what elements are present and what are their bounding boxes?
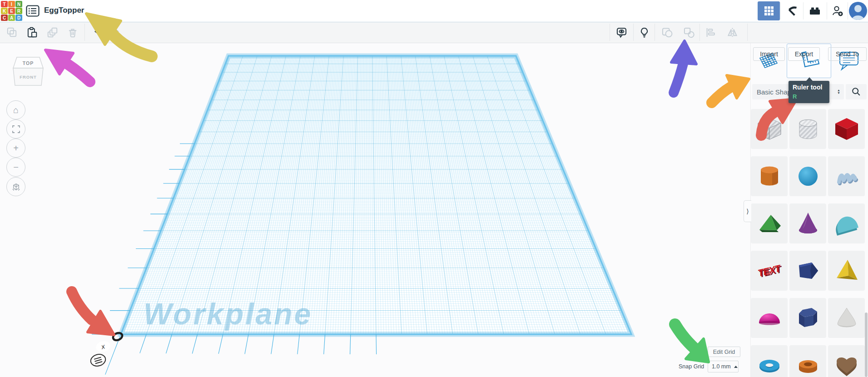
delete-button[interactable] (64, 25, 81, 40)
pickaxe-icon (786, 5, 798, 17)
perspective-cube-icon (12, 183, 20, 191)
minecraft-button[interactable] (782, 0, 802, 21)
list-menu-icon (26, 5, 40, 17)
logo-tile: A (8, 15, 15, 21)
duplicate-button[interactable] (45, 25, 61, 40)
viewcube-top-label: TOP (23, 60, 34, 66)
copy-button[interactable] (4, 25, 20, 40)
apps-grid-icon (764, 6, 774, 16)
edit-grid-button[interactable]: Edit Grid (708, 347, 740, 357)
shape-sphere[interactable] (789, 156, 826, 196)
shape-text[interactable]: TEXTTEXT (751, 251, 788, 291)
minus-icon: − (13, 162, 19, 173)
ungroup-icon (683, 26, 695, 39)
perspective-toggle-button[interactable] (6, 177, 25, 196)
comment-button[interactable] (613, 25, 630, 40)
shape-polygon[interactable] (789, 298, 826, 338)
home-view-button[interactable]: ⌂ (6, 100, 25, 119)
group-icon (661, 26, 673, 39)
shape-torus[interactable] (751, 345, 788, 377)
main-menu-button[interactable] (26, 5, 40, 17)
panel-collapse-handle[interactable]: ⟩ (744, 200, 751, 222)
shape-cylinder[interactable] (751, 156, 788, 196)
round-roof-icon (832, 209, 861, 238)
logo-tile: D (15, 15, 22, 21)
wedge-icon (794, 256, 823, 285)
search-icon (851, 87, 861, 97)
shape-box-hole[interactable] (751, 109, 788, 149)
cone-icon (794, 209, 823, 238)
box-icon (832, 114, 861, 144)
shape-cone[interactable] (789, 203, 826, 243)
export-button[interactable]: Export (788, 47, 820, 61)
plus-icon: + (13, 143, 19, 154)
3d-viewport[interactable]: Workplane x (0, 0, 868, 377)
half-sphere-icon (755, 303, 784, 332)
view-cube[interactable]: TOP FRONT (12, 53, 45, 92)
account-button[interactable] (848, 0, 868, 21)
lightbulb-icon (638, 26, 650, 39)
shape-roof[interactable] (751, 203, 788, 243)
group-button[interactable] (659, 25, 675, 40)
undo-icon (91, 26, 104, 38)
logo-tile: R (15, 8, 22, 14)
apps-grid-button[interactable] (758, 1, 780, 20)
dropdown-stepper-icon: ▲▼ (837, 89, 840, 94)
undo-button[interactable] (89, 25, 105, 40)
search-shapes-button[interactable] (846, 84, 867, 99)
box-hole-icon (755, 114, 784, 144)
redo-button[interactable] (108, 25, 124, 40)
paste-button[interactable] (24, 25, 40, 40)
mirror-icon (726, 26, 739, 39)
fit-view-button[interactable] (6, 119, 25, 139)
workplane-menu-badge[interactable] (89, 352, 107, 367)
caret-up-icon (734, 366, 738, 368)
align-button[interactable] (702, 25, 719, 40)
invite-button[interactable] (828, 0, 847, 21)
viewcube-front-label: FRONT (20, 74, 37, 79)
zoom-in-button[interactable]: + (6, 139, 25, 158)
mirror-button[interactable] (724, 25, 740, 40)
tooltip-title: Ruler tool (793, 84, 822, 91)
shape-box[interactable] (828, 109, 865, 149)
pyramid-icon (832, 256, 861, 285)
import-button[interactable]: Import (753, 47, 785, 61)
shape-half-sphere[interactable] (751, 298, 788, 338)
shape-cylinder-hole[interactable] (789, 109, 826, 149)
panel-scrollbar[interactable] (865, 313, 868, 377)
torus-icon (755, 351, 784, 377)
brick-button[interactable] (805, 0, 825, 21)
scribble-icon (832, 162, 861, 191)
shape-pyramid[interactable] (828, 251, 865, 291)
comment-eye-icon (615, 26, 628, 39)
tips-button[interactable] (636, 25, 652, 40)
trash-icon (67, 26, 79, 38)
workplane-x-badge[interactable]: x (95, 340, 112, 353)
snap-grid-label: Snap Grid (679, 363, 704, 370)
tooltip-caret (806, 77, 813, 81)
divider (827, 2, 827, 20)
duplicate-icon (47, 26, 59, 38)
logo-tile: K (1, 8, 8, 14)
send-to-button[interactable]: Send To (828, 47, 867, 61)
zoom-out-button[interactable]: − (6, 158, 25, 177)
ungroup-button[interactable] (680, 25, 697, 40)
shape-wedge[interactable] (789, 251, 826, 291)
ruler-tooltip: Ruler tool R (789, 81, 829, 103)
divider (780, 2, 781, 20)
shape-scribble[interactable] (828, 156, 865, 196)
logo-tile: C (1, 15, 8, 21)
snap-grid-value: 1.0 mm (712, 363, 731, 370)
divider (803, 2, 804, 20)
shape-round-roof[interactable] (828, 203, 865, 243)
shape-tube[interactable] (789, 345, 826, 377)
shape-paraboloid[interactable] (828, 298, 865, 338)
snap-grid-dropdown[interactable]: 1.0 mm (708, 361, 739, 372)
tinkercad-logo[interactable]: TINKERCAD (1, 1, 22, 21)
shape-heart[interactable] (828, 345, 865, 377)
paste-icon (26, 26, 38, 38)
divider (699, 24, 700, 41)
align-icon (704, 26, 717, 39)
tooltip-shortcut: R (793, 93, 797, 100)
sphere-icon (794, 162, 823, 191)
